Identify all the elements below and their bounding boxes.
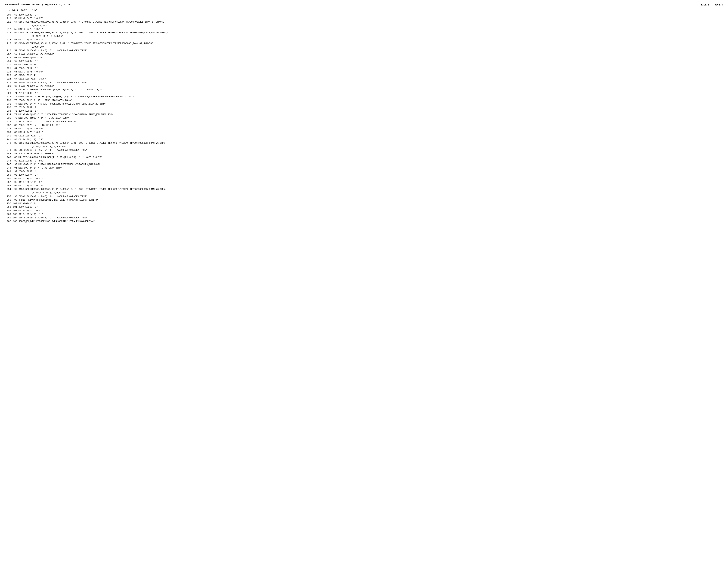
- row-num2: 71: [12, 92, 18, 95]
- row-content: КГОРОДЕЦКИЙ' ЕРМОЛЕНКО' БУРАКОВСКАЯ' ГЕР…: [18, 220, 723, 223]
- row-num1: 261: [5, 216, 12, 219]
- table-row: 23477Ш12-792-2(90В)' 2' ' КЛАПАНЫ УГЛОВЫ…: [5, 113, 723, 116]
- row-num2: 79: [12, 120, 18, 123]
- table-row: 2581012307-10216' 2*: [5, 205, 723, 209]
- row-num2: 68: [12, 81, 18, 84]
- row-num2: 99: [12, 198, 18, 202]
- row-content: 2307-10217' 3*: [18, 67, 723, 70]
- row-num2: 95: [12, 181, 18, 184]
- row-content: Ш12-2-3(75)' 0,06*: [18, 70, 723, 73]
- row-num1: 230: [5, 99, 12, 102]
- table-row: 25396Ш12-2-7(75)' 0,13*: [5, 184, 723, 187]
- table-row: 21558С159-3327#К08Ф0,95(А1,0,655)' 0,07'…: [5, 42, 723, 45]
- row-content: С113-130(=13)' 33*: [18, 138, 723, 141]
- row-num2: 105: [12, 220, 18, 223]
- row-content: Ш12-2-4(75)' 0,05*: [18, 127, 723, 130]
- row-num2: 69: [12, 85, 18, 88]
- table-row: 22467С113-130(=13)' 35,5*: [5, 77, 723, 81]
- row-num1: 232: [5, 106, 12, 109]
- row-num2: 83: [12, 134, 18, 137]
- row-num1: 260: [5, 213, 12, 216]
- row-num2: 80: [12, 124, 18, 127]
- row-num1: 254: [5, 188, 12, 191]
- row-num1: 239: [5, 131, 12, 134]
- row-num1: 253: [5, 184, 12, 187]
- row-num2: 102: [12, 209, 18, 212]
- table-row: 233762307-10061' 5*: [5, 109, 723, 113]
- row-content: С113-129(=13)' 11*: [18, 213, 723, 216]
- row-num1: 215: [5, 42, 12, 45]
- row-num1: 243: [5, 149, 12, 152]
- sub-header: Т.П. 901-1- 88.87 Л.1Х: [5, 9, 723, 11]
- row-num2: 91: [12, 166, 18, 169]
- page-header: ПРОГРАММНЫЙ КОМПЛЕКС АВС-ЗЕС ( РЕДАКЦИЯ …: [5, 4, 723, 7]
- row-num1: 219: [5, 60, 12, 63]
- row-num1: 212: [5, 28, 12, 31]
- row-num1: 235: [5, 116, 12, 120]
- row-num1: 257: [5, 202, 12, 205]
- row-cont-content: 76+(578-561)),0,9,0,95*: [18, 35, 723, 38]
- table-row: 21255Ш12-2-7(75)' 0,11*: [5, 28, 723, 31]
- row-cont-content: 0,0,9,0,95*: [18, 24, 723, 27]
- row-num1: 217: [5, 53, 12, 56]
- row-num1: 246: [5, 159, 12, 162]
- table-row: 24386Е15-614#164-6(Н15=45)' 6' ' МАСЛЯНА…: [5, 149, 723, 152]
- row-content: Ш7-297-1#К08Ф0,75 НА ВЕС(А1,0,75)(Р1,0,7…: [18, 156, 723, 159]
- table-row: 246892311-10037' 1' 500*: [5, 159, 723, 162]
- row-num1: 234: [5, 113, 12, 116]
- table-row: 25295С113-129(=13)' 9*: [5, 181, 723, 184]
- row-content: П В11-ПОДАЧА ПРОИЗВОДСТВЕННОЙ ВОДЫ К ВАК…: [18, 198, 723, 202]
- row-content: Ш12-809-3' 2' ' ТО ЖЕ ДИАМ 65ММ*: [18, 166, 723, 169]
- table-row: 261104Е15-614#164-6(Н15=45)' 1' ' МАСЛЯН…: [5, 216, 723, 219]
- row-num1: 218: [5, 56, 12, 59]
- row-content: С113-130(=13)' 35,5*: [18, 77, 723, 81]
- row-num2: 63: [12, 63, 18, 66]
- row-num1: 245: [5, 156, 12, 159]
- row-num1: 248: [5, 166, 12, 169]
- row-num1: 244: [5, 152, 12, 155]
- row-content: Е15-614#164-6(Н15=45)' 6' ' МАСЛЯНАЯ ОКР…: [18, 149, 723, 152]
- row-num2: 62: [12, 60, 18, 63]
- row-content: С159-3321#К08Ф0,9#К08Ф0,95(А1,0,855)' 0,…: [18, 141, 723, 145]
- row-num2: 93: [12, 173, 18, 177]
- row-content: Ш12-790-4(90В)' 4' ' ТО ЖЕ ДИАМ 63ММ*: [18, 116, 723, 120]
- table-row: 23174Ш12-809-1' 7' ' КРАНЫ ПРОБКОВЫЕ ПРО…: [5, 102, 723, 106]
- row-content: 2363-1001' 0,145' 1375' СТОИМОСТЬ БАКА*: [18, 99, 723, 102]
- row-num2: 54: [12, 20, 18, 24]
- table-row: 21457Ш12-2-7(75)'.0,07*: [5, 38, 723, 41]
- row-content: Е15-613#164-7(Н15=45)' 7' ' МАСЛЯНАЯ ОКР…: [18, 49, 723, 52]
- row-content: 2307-10396' 4*: [18, 60, 723, 63]
- row-num2: 85: [12, 141, 18, 145]
- subline1: Т.П. 901-1- 88.87: [5, 9, 27, 11]
- table-row: 219622307-10396' 4*: [5, 60, 723, 63]
- row-content: 2327-16974' 2' ' СТОИМОСТЬ КЛАПАНОВ КВМ-…: [18, 120, 723, 123]
- table-row: 25497С159-3321#К08Ф0,9#К08Ф0,95(А1,0,855…: [5, 188, 723, 191]
- row-num1: 262: [5, 220, 12, 223]
- table-row: 22366С159-1091' 4*: [5, 74, 723, 77]
- table-row: 23578Ш12-790-4(90В)' 4' ' ТО ЖЕ ДИАМ 63М…: [5, 116, 723, 120]
- row-content: 2307-10060' 1*: [18, 170, 723, 173]
- row-num1: 251: [5, 177, 12, 180]
- table-row: 21861Ш12-800-1(90В)' 4*: [5, 56, 723, 59]
- table-row-continuation: 0,0,9,0,95*: [5, 24, 723, 27]
- row-num2: 58: [12, 42, 18, 45]
- row-num2: 66: [12, 74, 18, 77]
- row-content: С159-3017#К03Ф0,9#К08Ф0,95(А1,0,855)' 0,…: [18, 20, 723, 24]
- subline2: Л.1Х: [32, 9, 37, 11]
- content-area: 209522307-10633' 2*21053Ш12-2-6(75)' 0,0…: [5, 13, 723, 223]
- row-num2: 98: [12, 195, 18, 198]
- row-content: С159-3327#К08Ф0,95(А1,0,655)' 0,07' ' СТ…: [18, 42, 723, 45]
- row-content: Ш12-2-7(75)' 0,13*: [18, 184, 723, 187]
- row-num1: 231: [5, 102, 12, 106]
- row-num2: 55: [12, 28, 18, 31]
- table-row: 21760П АО1-ВАКУУМНАЯ УСТАНОВКА*: [5, 53, 723, 56]
- row-content: Ш12-807-1' 2*: [18, 202, 723, 205]
- row-content: 2307-10061' 5*: [18, 109, 723, 113]
- table-row: 24487П АО3-ВАКУУМНАЯ УСТАНОВКА*: [5, 152, 723, 155]
- header-number: 9862/4: [714, 4, 723, 6]
- table-row: 24790Ш12-809-1' 1' ' КРАН ПРОБКОВЫЙ ПРОХ…: [5, 163, 723, 166]
- row-num1: 250: [5, 173, 12, 177]
- row-num1: 229: [5, 95, 12, 98]
- row-num2: 78: [12, 116, 18, 120]
- table-row: 24083С113-129(=13)' 1*: [5, 134, 723, 137]
